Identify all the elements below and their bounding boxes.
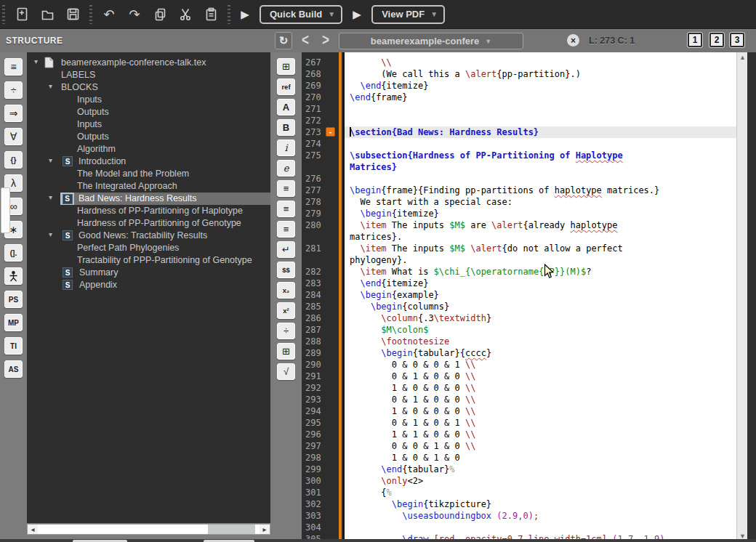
code-line-282[interactable]: \item What is $\chi_{\operatorname{PP}}(… xyxy=(345,266,736,278)
insert-item-icon[interactable]: ⊞ xyxy=(277,58,295,75)
code-line-290[interactable]: 0 & 0 & 0 & 1 \\ xyxy=(345,359,736,371)
copy-icon[interactable] xyxy=(151,6,169,23)
structure-item-good-news-tractability-results[interactable]: ▾SGood News: Tractability Results xyxy=(27,230,270,242)
font-size-icon[interactable]: A xyxy=(277,99,295,116)
structure-item-the-model-and-the-problem[interactable]: The Model and the Problem xyxy=(27,168,270,180)
open-document-select[interactable]: beamerexample-confere ▼ xyxy=(339,33,523,49)
structure-item-outputs[interactable]: Outputs xyxy=(27,106,270,118)
structure-item-the-integrated-approach[interactable]: The Integrated Approach xyxy=(27,180,270,193)
undo-icon[interactable]: ↶ xyxy=(100,6,118,23)
structure-item-algorithm[interactable]: Algorithm xyxy=(27,143,270,155)
asymptote-tab-icon[interactable]: AS xyxy=(4,360,23,378)
code-line-287[interactable]: $M\colon$ xyxy=(345,324,736,336)
structure-horizontal-scrollbar[interactable]: ◂ ▸ xyxy=(27,524,270,535)
align-left-icon[interactable]: ≡ xyxy=(277,180,295,197)
pstricks-tab-icon[interactable]: PS xyxy=(4,291,23,308)
scrollbar-thumb[interactable] xyxy=(208,525,255,534)
code-line-285[interactable]: \begin{columns} xyxy=(345,301,736,312)
tree-expand-icon[interactable]: ▾ xyxy=(49,193,52,201)
code-line-292[interactable]: 1 & 0 & 0 & 0 \\ xyxy=(345,382,736,394)
scrollbar-thumb[interactable] xyxy=(1,187,10,233)
code-line-300[interactable]: \only<2> xyxy=(345,475,736,487)
bold-icon[interactable]: B xyxy=(277,119,295,136)
structure-item-perfect-path-phylogenies[interactable]: Perfect Path Phylogenies xyxy=(27,242,270,254)
code-line-277[interactable]: \begin{frame}{Finding pp-partitions of h… xyxy=(345,185,736,196)
view-pdf-select[interactable]: View PDF▼ xyxy=(371,5,445,24)
quick-build-select[interactable]: Quick Build▼ xyxy=(260,5,342,24)
code-line-303[interactable]: \useasboundingbox (2.9,0); xyxy=(345,510,736,522)
tree-expand-icon[interactable]: ▾ xyxy=(49,82,52,90)
tree-expand-icon[interactable]: ▾ xyxy=(34,57,38,65)
viewer-page-3-button[interactable]: 3 xyxy=(730,33,744,47)
code-line-299[interactable]: \end{tabular}% xyxy=(345,464,736,475)
code-line-298[interactable]: 1 & 0 & 1 & 0 xyxy=(345,452,736,464)
array-icon[interactable]: ⊞ xyxy=(277,343,295,360)
structure-item-outputs[interactable]: Outputs xyxy=(27,131,270,143)
code-line-288[interactable]: \footnotesize xyxy=(345,336,736,347)
code-line-274[interactable] xyxy=(345,138,736,150)
user-symbols-tab-icon[interactable] xyxy=(4,267,23,285)
structure-tab-icon[interactable]: ≡ xyxy=(4,58,23,76)
tikz-tab-icon[interactable]: TI xyxy=(4,337,23,355)
code-line-283[interactable]: \end{itemize} xyxy=(345,278,736,289)
left-delimiters-tab-icon[interactable]: (]. xyxy=(4,244,23,262)
code-line-wrap[interactable]: phylogeny}. xyxy=(345,254,736,266)
tree-expand-icon[interactable]: ▾ xyxy=(49,230,52,238)
code-line-279[interactable]: \begin{itemize} xyxy=(345,208,736,219)
save-icon[interactable] xyxy=(64,6,81,23)
editor-text-area[interactable]: \\ (We call this a \alert{pp-partition}.… xyxy=(345,52,736,542)
sqrt-icon[interactable]: √ xyxy=(277,363,295,380)
code-line-302[interactable]: \begin{tikzpicture} xyxy=(345,498,736,510)
structure-item-inputs[interactable]: Inputs xyxy=(27,94,270,106)
code-line-304[interactable] xyxy=(345,522,736,533)
code-line-297[interactable]: 0 & 0 & 1 & 0 \\ xyxy=(345,440,736,452)
code-line-267[interactable]: \\ xyxy=(345,57,736,68)
open-folder-icon[interactable] xyxy=(39,6,56,23)
code-line-wrap[interactable]: Matrices} xyxy=(345,161,736,173)
relation-symbols-tab-icon[interactable]: ÷ xyxy=(4,81,23,99)
italic-icon[interactable]: i xyxy=(277,139,295,156)
code-line-270[interactable]: \end{frame} xyxy=(345,92,736,103)
structure-item-beamerexample-conference-talk-tex[interactable]: ▾beamerexample-conference-talk.tex xyxy=(27,57,270,69)
structure-item-hardness-of-pp-partitioning-of-haplotype[interactable]: Hardness of PP-Partitioning of Haplotype xyxy=(27,205,270,217)
code-line-296[interactable]: 1 & 1 & 0 & 0 \\ xyxy=(345,429,736,440)
code-line-301[interactable]: {% xyxy=(345,487,736,498)
structure-item-appendix[interactable]: SAppendix xyxy=(27,279,270,291)
new-file-icon[interactable] xyxy=(13,6,31,23)
scroll-right-icon[interactable]: ▸ xyxy=(260,525,270,534)
code-line-278[interactable]: We start with a special case: xyxy=(345,196,736,208)
scroll-up-icon[interactable]: ▲ xyxy=(737,52,748,62)
previous-document-icon[interactable]: < xyxy=(298,30,313,52)
redo-icon[interactable]: ↷ xyxy=(126,6,143,23)
insert-ref-icon[interactable]: ref xyxy=(277,78,295,95)
toolbar-grip[interactable] xyxy=(89,5,92,24)
fold-collapse-icon[interactable]: - xyxy=(326,127,335,137)
refresh-structure-icon[interactable]: ↻ xyxy=(275,32,292,49)
subscript-icon[interactable]: x₂ xyxy=(277,282,295,299)
toolbar-grip[interactable] xyxy=(228,5,230,24)
cut-icon[interactable] xyxy=(177,6,194,23)
code-line-275[interactable]: \subsection{Hardness of PP-Partitioning … xyxy=(345,150,736,161)
code-line-wrap[interactable]: matrices}. xyxy=(345,231,736,243)
delimiters-tab-icon[interactable]: {} xyxy=(4,151,23,169)
frac-icon[interactable]: ÷ xyxy=(277,323,295,339)
newline-icon[interactable]: ↵ xyxy=(277,241,295,258)
code-line-294[interactable]: 1 & 0 & 0 & 0 \\ xyxy=(345,405,736,417)
structure-item-inputs[interactable]: Inputs xyxy=(27,118,270,131)
structure-item-summary[interactable]: SSummary xyxy=(27,267,270,279)
code-line-271[interactable] xyxy=(345,103,736,115)
next-document-icon[interactable]: > xyxy=(318,30,333,52)
viewer-page-2-button[interactable]: 2 xyxy=(709,33,724,47)
misc-math-symbols-tab-icon[interactable]: ∀ xyxy=(4,128,23,145)
structure-item-labels[interactable]: LABELS xyxy=(27,69,270,81)
toolbar-grip[interactable] xyxy=(2,5,5,24)
inline-math-icon[interactable]: $$ xyxy=(277,262,295,278)
structure-item-blocks[interactable]: ▾BLOCKS xyxy=(27,81,270,94)
code-line-291[interactable]: 0 & 1 & 0 & 0 \\ xyxy=(345,371,736,382)
close-document-icon[interactable]: × xyxy=(567,34,579,46)
align-right-icon[interactable]: ≡ xyxy=(277,221,295,238)
code-line-268[interactable]: (We call this a \alert{pp-partition}.) xyxy=(345,68,736,80)
editor-vertical-scrollbar[interactable]: ▲ ▼ xyxy=(736,52,747,542)
arrow-symbols-tab-icon[interactable]: ⇒ xyxy=(4,105,23,122)
code-line-295[interactable]: 0 & 1 & 0 & 1 \\ xyxy=(345,417,736,429)
